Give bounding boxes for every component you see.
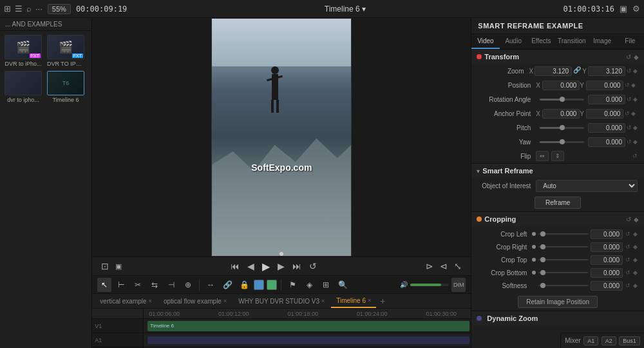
zoom-btn[interactable]: 🔍 — [336, 278, 350, 292]
crop-top-reset[interactable]: ↺ — [625, 256, 630, 263]
slip-tool-btn[interactable]: ⇆ — [147, 278, 162, 292]
pitch-kf[interactable]: ◆ — [633, 124, 638, 131]
anchor-kf[interactable]: ◆ — [631, 110, 636, 117]
crop-bottom-slider[interactable] — [538, 272, 588, 273]
cropping-chevron[interactable]: ◆ — [634, 216, 639, 223]
settings-icon[interactable]: ⚙ — [632, 4, 640, 14]
add-tab-btn[interactable]: + — [377, 296, 388, 306]
anchor-y-value[interactable] — [586, 109, 623, 119]
cropping-header[interactable]: Cropping ↺ ◆ — [471, 212, 644, 226]
snap-btn[interactable]: ↔ — [204, 278, 218, 292]
rotation-value[interactable] — [588, 95, 625, 104]
crop-right-reset[interactable]: ↺ — [625, 244, 630, 250]
tab-audio[interactable]: Audio — [500, 34, 527, 49]
transform-chevron[interactable]: ◆ — [634, 53, 639, 61]
yaw-reset[interactable]: ↺ — [627, 139, 632, 145]
next-frame-btn[interactable]: ▶ — [276, 260, 286, 273]
dim-btn[interactable]: DIM — [451, 278, 466, 292]
tab-close-2[interactable]: × — [321, 298, 325, 304]
mixer-a2[interactable]: A2 — [601, 336, 616, 345]
crop-top-kf[interactable]: ◆ — [633, 256, 638, 263]
in-point-btn[interactable]: ⊳ — [424, 260, 435, 273]
yaw-kf[interactable]: ◆ — [633, 139, 638, 145]
flip-h-btn[interactable]: ⇔ — [536, 151, 549, 161]
tab-timeline-6[interactable]: Timeline 6 × — [331, 294, 376, 308]
monitor-icon[interactable]: ▣ — [620, 4, 627, 14]
rotation-slider[interactable] — [540, 99, 584, 101]
pitch-reset[interactable]: ↺ — [627, 124, 632, 131]
tab-optical-flow[interactable]: optical flow example × — [158, 294, 232, 308]
anchor-x-value[interactable] — [542, 109, 580, 119]
mixer-a1[interactable]: A1 — [583, 336, 598, 345]
skip-start-btn[interactable]: ⏮ — [229, 260, 241, 273]
zoom-link-icon[interactable]: 🔗 — [573, 66, 581, 75]
reframe-btn[interactable]: Reframe — [535, 197, 581, 209]
pos-reset[interactable]: ↺ — [625, 82, 630, 88]
dynamic-zoom-row[interactable]: Dynamic Zoom — [471, 311, 644, 325]
crop-bottom-kf[interactable]: ◆ — [633, 269, 638, 276]
softness-kf[interactable]: ◆ — [633, 282, 638, 289]
link-btn[interactable]: 🔗 — [220, 278, 234, 292]
split-btn[interactable]: ⊕ — [181, 278, 195, 292]
prev-frame-btn[interactable]: ◀ — [246, 260, 256, 273]
zoom-y-value[interactable] — [588, 66, 625, 76]
object-interest-select[interactable]: Auto — [536, 180, 638, 192]
crop-bottom-value[interactable] — [591, 268, 623, 278]
rotation-reset[interactable]: ↺ — [627, 96, 632, 102]
color-btn-green[interactable] — [267, 280, 277, 290]
tab-video[interactable]: Video — [471, 34, 499, 49]
flip-reset[interactable]: ↺ — [632, 153, 638, 159]
loop-btn[interactable]: ↺ — [308, 260, 318, 273]
yaw-value[interactable] — [588, 137, 625, 147]
search-icon[interactable]: ⌕ — [26, 4, 32, 14]
crop-bottom-reset[interactable]: ↺ — [625, 269, 630, 276]
mixer-bus1[interactable]: Bus1 — [619, 336, 640, 345]
zoom-reset[interactable]: ↺ — [627, 68, 632, 74]
color-flag-btn[interactable]: ◈ — [302, 278, 316, 292]
clip-a1-main[interactable] — [147, 336, 469, 344]
tab-effects[interactable]: Effects — [527, 34, 555, 49]
lock-btn[interactable]: 🔒 — [237, 278, 251, 292]
tab-file[interactable]: File — [616, 34, 644, 49]
anchor-reset[interactable]: ↺ — [625, 110, 630, 117]
softness-value[interactable] — [591, 281, 623, 291]
pitch-slider[interactable] — [540, 127, 584, 129]
softness-reset[interactable]: ↺ — [625, 282, 630, 289]
color-btn-blue[interactable] — [254, 280, 264, 290]
transform-header[interactable]: Transform ↺ ◆ — [471, 50, 644, 64]
crop-right-kf[interactable]: ◆ — [633, 244, 638, 250]
zoom-display[interactable]: 55% — [48, 4, 71, 14]
yaw-slider[interactable] — [540, 141, 584, 143]
grid-icon[interactable]: ⊞ — [4, 4, 11, 14]
rotation-kf[interactable]: ◆ — [633, 96, 638, 102]
blade-tool-btn[interactable]: ✂ — [131, 278, 145, 292]
tab-close-1[interactable]: × — [223, 298, 227, 304]
trim-tool-btn[interactable]: ⊢ — [114, 278, 128, 292]
media-item-0[interactable]: 🎬 FXT DVR to iPho... — [4, 35, 43, 67]
tab-image[interactable]: Image — [589, 34, 616, 49]
pos-kf[interactable]: ◆ — [631, 82, 636, 88]
zoom-x-value[interactable] — [535, 66, 572, 76]
crop-left-value[interactable] — [591, 229, 623, 239]
crop-left-kf[interactable]: ◆ — [633, 231, 638, 237]
media-item-1[interactable]: 🎬 FXT DVR TO IPH... — [46, 35, 85, 67]
smart-reframe-chevron-icon[interactable]: ▾ — [477, 168, 480, 175]
crop-left-reset[interactable]: ↺ — [625, 231, 630, 237]
out-point-btn[interactable]: ⊲ — [439, 260, 449, 273]
zoom-kf[interactable]: ◆ — [633, 68, 638, 74]
skip-end-btn[interactable]: ⏭ — [291, 260, 303, 273]
media-item-3[interactable]: T6 Timeline 6 — [46, 71, 85, 103]
layout-btn[interactable]: ⊡ — [100, 260, 110, 273]
retain-image-btn[interactable]: Retain Image Position — [518, 296, 598, 308]
smart-reframe-header[interactable]: ▾ Smart Reframe — [471, 164, 644, 178]
pitch-value[interactable] — [588, 123, 625, 133]
fullscreen-btn[interactable]: ⤡ — [453, 260, 463, 273]
pos-x-value[interactable] — [542, 81, 580, 90]
flip-v-btn[interactable]: ⇕ — [551, 151, 564, 161]
layout-btn-2[interactable]: ▣ — [114, 261, 123, 272]
crop-top-slider[interactable] — [538, 259, 588, 260]
hamburger-icon[interactable]: ☰ — [15, 4, 23, 14]
crop-right-value[interactable] — [591, 242, 623, 252]
media-thumb-3[interactable]: T6 — [47, 71, 84, 95]
volume-slider[interactable] — [410, 284, 449, 286]
